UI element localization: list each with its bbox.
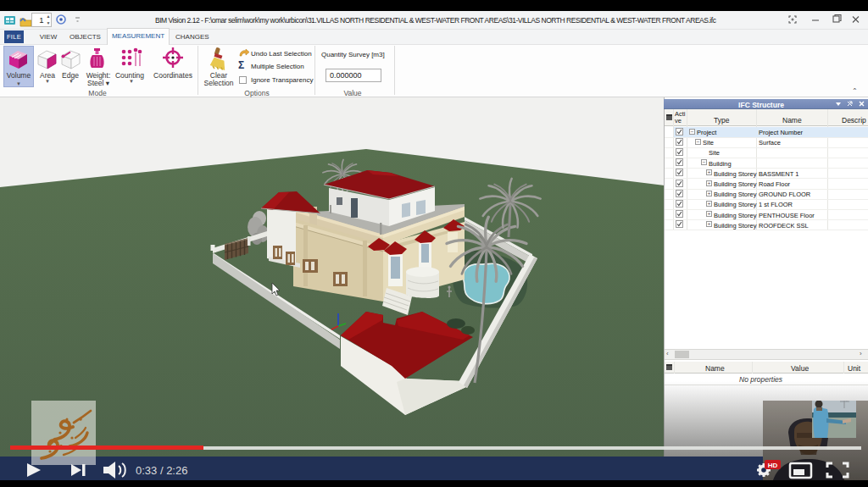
svg-text:HD: HD	[768, 462, 778, 469]
